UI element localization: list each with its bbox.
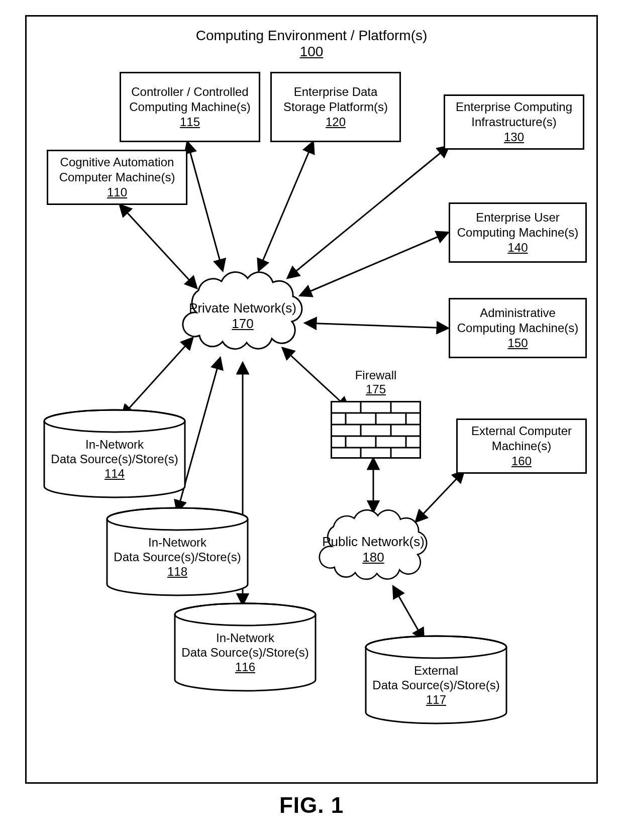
node-118-cylinder: In-Network Data Source(s)/Store(s) 118 <box>105 506 250 597</box>
node-110-ref: 110 <box>107 185 127 200</box>
node-180-l1: Public Network(s) <box>322 534 425 549</box>
node-116-l2: Data Source(s)/Store(s) <box>181 646 308 659</box>
node-118-ref: 118 <box>167 565 187 578</box>
node-114-l1: In-Network <box>85 438 144 451</box>
node-118-l2: Data Source(s)/Store(s) <box>114 550 241 564</box>
node-170-l1: Private Network(s) <box>189 300 296 316</box>
node-116-ref: 116 <box>235 660 255 674</box>
diagram-frame: Computing Environment / Platform(s) 100 <box>25 15 598 784</box>
node-160-ref: 160 <box>511 454 532 469</box>
node-115-l1: Controller / Controlled <box>131 84 248 99</box>
arrow-180-117 <box>393 587 424 640</box>
node-120-ref: 120 <box>326 115 346 130</box>
node-150-l1: Administrative <box>480 305 556 321</box>
node-114-l2: Data Source(s)/Store(s) <box>51 452 178 466</box>
node-140-ref: 140 <box>507 240 528 255</box>
node-180-ref: 180 <box>362 550 384 565</box>
node-170-cloud: Private Network(s) 170 <box>177 265 308 366</box>
node-117-l2: Data Source(s)/Store(s) <box>372 678 499 692</box>
arrow-140-170 <box>300 233 448 295</box>
arrow-120-170 <box>259 142 313 270</box>
node-117-ref: 117 <box>426 693 446 706</box>
node-140-l1: Enterprise User <box>476 210 560 225</box>
page: Computing Environment / Platform(s) 100 <box>0 0 623 840</box>
node-160-l2: Machine(s) <box>492 439 552 454</box>
node-117-l1: External <box>414 664 458 677</box>
node-115: Controller / Controlled Computing Machin… <box>120 72 260 142</box>
node-175-ref: 175 <box>366 382 386 396</box>
node-150-l2: Computing Machine(s) <box>457 321 578 336</box>
node-116-cylinder: In-Network Data Source(s)/Store(s) 116 <box>172 602 318 692</box>
node-140-l2: Computing Machine(s) <box>457 225 578 240</box>
node-170-ref: 170 <box>232 316 253 331</box>
node-114-ref: 114 <box>105 467 125 480</box>
arrow-130-170 <box>288 146 449 278</box>
arrow-150-170 <box>305 323 448 328</box>
node-115-ref: 115 <box>180 115 200 130</box>
node-150-ref: 150 <box>507 336 528 351</box>
node-130: Enterprise Computing Infrastructure(s) 1… <box>444 94 584 150</box>
node-120-l2: Storage Platform(s) <box>283 99 388 115</box>
node-160: External Computer Machine(s) 160 <box>456 418 587 474</box>
node-175-firewall: Firewall 175 <box>321 368 431 464</box>
node-116-l1: In-Network <box>216 631 274 645</box>
node-130-l2: Infrastructure(s) <box>471 115 556 130</box>
node-175-l1: Firewall <box>355 368 397 382</box>
node-130-ref: 130 <box>504 130 524 145</box>
figure-label: FIG. 1 <box>0 793 623 818</box>
node-110-l1: Cognitive Automation <box>60 155 174 170</box>
svg-rect-0 <box>332 402 421 458</box>
arrow-115-170 <box>187 142 223 270</box>
node-118-l1: In-Network <box>148 536 206 549</box>
node-150: Administrative Computing Machine(s) 150 <box>449 298 587 358</box>
node-130-l1: Enterprise Computing <box>456 99 572 115</box>
firewall-icon <box>331 401 421 459</box>
node-120: Enterprise Data Storage Platform(s) 120 <box>270 72 401 142</box>
node-115-l2: Computing Machine(s) <box>129 99 250 115</box>
node-120-l1: Enterprise Data <box>294 84 378 99</box>
node-114-cylinder: In-Network Data Source(s)/Store(s) 114 <box>42 408 187 499</box>
node-110: Cognitive Automation Computer Machine(s)… <box>47 150 187 205</box>
node-140: Enterprise User Computing Machine(s) 140 <box>449 202 587 263</box>
node-110-l2: Computer Machine(s) <box>59 170 175 185</box>
node-117-cylinder: External Data Source(s)/Store(s) 117 <box>363 635 509 725</box>
node-180-cloud: Public Network(s) 180 <box>313 504 434 594</box>
node-160-l1: External Computer <box>471 424 572 439</box>
